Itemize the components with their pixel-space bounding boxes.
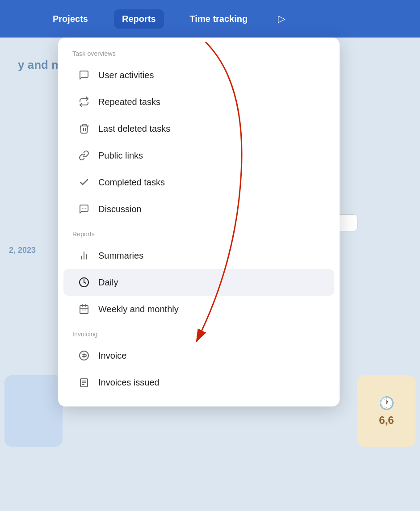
summaries-label: Summaries — [98, 251, 143, 261]
check-icon — [78, 176, 90, 188]
discussion-label: Discussion — [98, 204, 142, 214]
repeated-tasks-label: Repeated tasks — [98, 97, 160, 107]
nav-projects[interactable]: Projects — [45, 9, 96, 29]
last-deleted-label: Last deleted tasks — [98, 124, 170, 134]
bg-number: 6,6 — [379, 414, 394, 427]
clock-icon — [78, 276, 90, 289]
invoice-label: Invoice — [98, 351, 126, 361]
link-icon — [78, 149, 90, 162]
menu-item-daily[interactable]: Daily — [63, 269, 334, 296]
trash-icon — [78, 122, 90, 135]
nav-time-tracking[interactable]: Time tracking — [182, 9, 256, 29]
public-links-label: Public links — [98, 151, 143, 161]
section-label-task-overviews: Task overviews — [58, 50, 340, 62]
bg-clock-icon: 🕐 — [379, 396, 395, 410]
bg-card-left — [4, 375, 63, 447]
reports-dropdown-menu: Task overviews User activities Repeated … — [58, 38, 340, 406]
daily-label: Daily — [98, 277, 118, 288]
bar-chart-icon — [78, 249, 90, 262]
user-activities-label: User activities — [98, 70, 154, 80]
menu-item-weekly-monthly[interactable]: Weekly and monthly — [63, 296, 334, 323]
section-label-reports: Reports — [58, 230, 340, 242]
menu-item-public-links[interactable]: Public links — [63, 142, 334, 169]
menu-item-completed-tasks[interactable]: Completed tasks — [63, 169, 334, 196]
menu-item-discussion[interactable]: Discussion — [63, 196, 334, 222]
invoices-issued-label: Invoices issued — [98, 377, 160, 388]
repeat-icon — [78, 96, 90, 108]
clipboard-icon — [78, 376, 90, 389]
menu-item-user-activities[interactable]: User activities — [63, 62, 334, 88]
dollar-circle-icon — [78, 349, 90, 362]
chat-icon — [78, 69, 90, 81]
menu-item-last-deleted[interactable]: Last deleted tasks — [63, 115, 334, 142]
completed-tasks-label: Completed tasks — [98, 177, 165, 188]
menu-item-summaries[interactable]: Summaries — [63, 242, 334, 269]
menu-item-invoices-issued[interactable]: Invoices issued — [63, 369, 334, 396]
nav-reports[interactable]: Reports — [114, 9, 164, 29]
menu-item-repeated-tasks[interactable]: Repeated tasks — [63, 88, 334, 115]
bg-card-right: 🕐 6,6 — [357, 375, 416, 447]
play-icon[interactable]: ▷ — [278, 13, 286, 25]
menu-item-invoice[interactable]: Invoice — [63, 342, 334, 369]
discussion-icon — [78, 203, 90, 215]
section-label-invoicing: Invoicing — [58, 331, 340, 342]
top-navigation: Projects Reports Time tracking ▷ — [0, 0, 420, 38]
bg-date: 2, 2023 — [9, 246, 36, 255]
weekly-monthly-label: Weekly and monthly — [98, 304, 179, 314]
calendar-icon — [78, 303, 90, 315]
